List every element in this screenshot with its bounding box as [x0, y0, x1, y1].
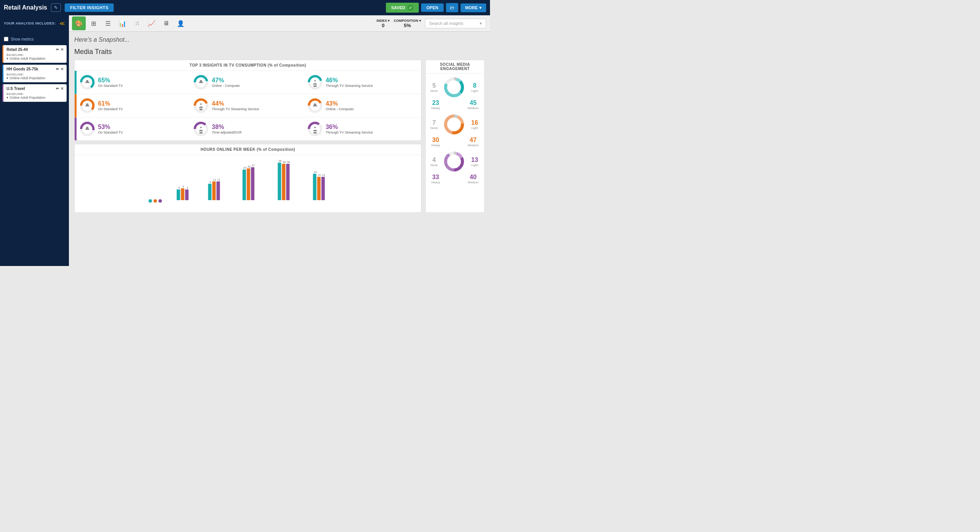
- section-title: Media Traits: [74, 48, 485, 56]
- social-left-3: 4 None: [428, 157, 440, 167]
- svg-text:38: 38: [283, 161, 286, 163]
- svg-point-6: [200, 80, 202, 82]
- svg-text:1-5: 1-5: [180, 204, 185, 205]
- person-icon[interactable]: 👤: [174, 16, 188, 30]
- svg-text:9: 9: [210, 181, 211, 183]
- svg-rect-68: [317, 177, 321, 200]
- bar-chart-icon[interactable]: 📊: [116, 16, 129, 30]
- index-label: INDEX ▾: [376, 19, 390, 23]
- tv-donut-3-3: [307, 121, 323, 137]
- svg-point-9: [314, 80, 316, 82]
- svg-text:11: 11: [217, 178, 220, 181]
- bar-chart-svg: <1 3 4 3 1-5 9 11 11: [81, 155, 415, 205]
- svg-point-30: [314, 127, 316, 128]
- edit-segment-travel-icon[interactable]: ✏: [56, 86, 59, 91]
- svg-point-13: [86, 103, 88, 106]
- edit-button[interactable]: ✎: [51, 3, 61, 12]
- show-metrics-toggle[interactable]: Show metrics: [0, 35, 69, 43]
- remove-segment-hh-icon[interactable]: ✕: [60, 67, 64, 71]
- tv-text-1-3: 46% Through TV Streaming Service: [326, 77, 373, 88]
- content-area: Here's a Snapshot... Media Traits TOP 3 …: [69, 32, 490, 266]
- tv-row-orange: 61% On Standard TV: [75, 94, 421, 117]
- svg-text:26: 26: [248, 165, 251, 168]
- segment-card-hh: HH Goods 25-75k ✏ ✕ BASELINE: ▾ Online A…: [2, 65, 67, 82]
- svg-point-88: [449, 156, 459, 167]
- svg-rect-40: [181, 188, 185, 200]
- view-icons: 🎨 ⊞ ☰ 📊 ⁙ 📈 🖥 👤: [69, 16, 372, 30]
- remove-segment-icon[interactable]: ✕: [60, 47, 64, 52]
- monitor-icon[interactable]: 🖥: [159, 16, 173, 30]
- chevron-down-icon: ▾: [479, 5, 482, 10]
- tv-text-2-3: 43% Online - Computer: [326, 100, 354, 111]
- segment-card-retail: Retail 25-44 ✏ ✕ BASELINE: ▾ Online Adul…: [2, 45, 67, 63]
- sidebar: Show metrics Retail 25-44 ✏ ✕ BASELINE: …: [0, 32, 69, 266]
- grid-icon[interactable]: ⊞: [87, 16, 100, 30]
- open-button[interactable]: OPEN: [421, 3, 444, 12]
- svg-text:27: 27: [252, 164, 255, 167]
- tv-row-teal: 👤 65% On Standard TV: [75, 71, 421, 94]
- social-rows: 5 None: [426, 73, 484, 186]
- tv-item-1-2: 47% Online - Computer: [193, 74, 305, 91]
- saved-check-icon: ✓: [407, 5, 413, 11]
- tv-text-2-2: 44% Through TV Streaming Service: [212, 100, 259, 111]
- scatter-icon[interactable]: ⁙: [130, 16, 144, 30]
- charts-row: TOP 3 INSIGHTS IN TV CONSUMPTION (% of C…: [74, 60, 485, 213]
- main-toolbar: YOUR ANALYSIS INCLUDES: ≪ 🎨 ⊞ ☰ 📊 ⁙ 📈 🖥 …: [0, 15, 490, 32]
- svg-point-20: [314, 103, 316, 106]
- svg-rect-47: [212, 181, 216, 200]
- svg-text:21: 21: [318, 174, 321, 176]
- collapse-sidebar-button[interactable]: ≪: [59, 20, 65, 26]
- more-button[interactable]: MORE ▾: [461, 3, 486, 12]
- tv-item-3-3: 36% Through TV Streaming Service: [307, 121, 419, 137]
- svg-point-82: [449, 119, 459, 130]
- segment-actions-retail: ✏ ✕: [56, 47, 64, 52]
- tv-donut-2-2: [193, 97, 209, 114]
- tv-item-1-1: 👤 65% On Standard TV: [79, 74, 191, 91]
- list-icon[interactable]: ☰: [101, 16, 115, 30]
- svg-rect-41: [185, 189, 189, 200]
- index-value: 0: [382, 23, 384, 28]
- hours-card-header: HOURS ONLINE PER WEEK (% of Composition): [75, 144, 421, 155]
- svg-text:<1: <1: [154, 204, 157, 205]
- svg-point-23: [86, 127, 88, 129]
- show-metrics-checkbox[interactable]: [4, 37, 8, 41]
- social-row-teal: 5 None: [428, 76, 482, 99]
- tv-donut-1-2: [193, 74, 209, 91]
- svg-text:24: 24: [314, 171, 317, 173]
- svg-text:21: 21: [322, 174, 325, 176]
- edit-segment-hh-icon[interactable]: ✏: [56, 67, 59, 71]
- edit-segment-icon[interactable]: ✏: [56, 47, 59, 52]
- social-row-orange: 7 None: [428, 113, 482, 136]
- tv-donut-2-1: [79, 97, 96, 114]
- tv-donut-2-3: [307, 97, 323, 114]
- tv-text-2-1: 61% On Standard TV: [98, 100, 123, 111]
- snapshot-title: Here's a Snapshot...: [74, 36, 485, 43]
- svg-text:25: 25: [243, 166, 247, 169]
- line-chart-icon[interactable]: 📈: [145, 16, 158, 30]
- tv-item-2-2: 44% Through TV Streaming Service: [193, 97, 305, 114]
- folder-button[interactable]: 🗁: [446, 3, 458, 12]
- svg-rect-67: [313, 174, 317, 200]
- social-right-2: 16 Light: [467, 119, 482, 130]
- svg-rect-39: [177, 189, 180, 200]
- tv-text-1-1: 65% On Standard TV: [98, 77, 123, 88]
- svg-text:3: 3: [178, 186, 180, 189]
- search-box[interactable]: Search all insights ▾: [425, 19, 486, 28]
- svg-point-76: [449, 82, 459, 93]
- svg-rect-69: [322, 177, 325, 200]
- palette-icon[interactable]: 🎨: [72, 16, 86, 30]
- svg-point-34: [158, 199, 162, 203]
- social-right-3: 13 Light: [467, 157, 482, 167]
- remove-segment-travel-icon[interactable]: ✕: [60, 86, 64, 91]
- svg-point-32: [149, 199, 152, 203]
- social-right-1: 8 Light: [467, 82, 482, 93]
- filter-insights-button[interactable]: FILTER INSIGHTS: [65, 3, 114, 12]
- tv-card-header: TOP 3 INSIGHTS IN TV CONSUMPTION (% of C…: [75, 60, 421, 71]
- svg-rect-46: [208, 184, 212, 200]
- tv-item-2-1: 61% On Standard TV: [79, 97, 191, 114]
- social-media-card: SOCIAL MEDIA ENGAGEMENT 5 None: [425, 60, 485, 213]
- segment-title-hh: HH Goods 25-75k ✏ ✕: [7, 67, 64, 71]
- svg-rect-61: [282, 164, 286, 200]
- tv-item-1-3: 46% Through TV Streaming Service: [307, 74, 419, 91]
- saved-button[interactable]: SAVED ✓: [386, 3, 419, 13]
